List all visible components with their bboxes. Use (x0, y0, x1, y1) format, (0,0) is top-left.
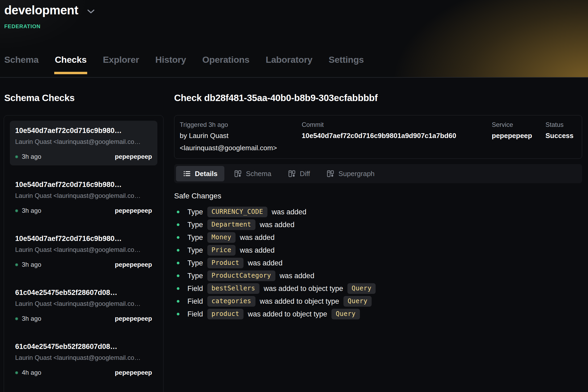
view-tab-label: Diff (300, 170, 310, 178)
schema-checks-list: 10e540d7aef72c0d716c9b980… Laurin Quast … (4, 115, 163, 392)
meta-status-cell: Status Success (545, 121, 577, 153)
change-description: was added (240, 233, 275, 242)
change-kind: Type (187, 221, 203, 229)
check-time: 3h ago (22, 261, 41, 269)
check-service: pepepepeep (115, 369, 152, 377)
view-tab-label: Schema (246, 170, 271, 178)
list-icon (183, 170, 191, 178)
nav-tab[interactable]: Checks (54, 55, 87, 74)
view-tab[interactable]: Supergraph (320, 166, 381, 181)
change-list-item: Type ProductCategory was added (174, 270, 582, 281)
check-time: 3h ago (22, 153, 41, 161)
change-code-chip: Department (207, 219, 256, 230)
check-time-wrap: 3h ago (15, 315, 41, 323)
change-code-chip: ProductCategory (207, 270, 275, 281)
check-commit-title: 61c04e25475eb52f28607d08… (15, 287, 152, 298)
commit-label: Commit (302, 121, 492, 129)
nav-tab[interactable]: Settings (328, 55, 364, 74)
change-list-item: Field product was added to object type Q… (174, 309, 582, 319)
columns-icon (326, 170, 334, 178)
columns-icon (288, 170, 296, 178)
check-meta-row: 3h ago pepepepeep (15, 261, 152, 269)
check-author: Laurin Quast <laurinquast@googlemail.co… (15, 353, 152, 362)
change-code-chip: Price (207, 245, 236, 256)
page-header: development FEDERATION Schema Checks Exp… (0, 0, 588, 78)
change-description: was added to object type (264, 285, 343, 293)
bullet-icon (177, 223, 179, 226)
check-time: 3h ago (22, 315, 41, 323)
check-meta-row: 3h ago pepepepeep (15, 207, 152, 215)
project-selector[interactable]: development (4, 2, 95, 18)
change-code-chip: bestSellers (207, 283, 259, 294)
change-description: was added (272, 208, 306, 216)
view-tab[interactable]: Schema (227, 166, 278, 181)
schema-check-list-item[interactable]: 61c04e25475eb52f28607d08… Laurin Quast <… (10, 337, 157, 381)
service-value: pepepepeep (492, 130, 545, 141)
triggered-email: <laurinquast@googlemail.com> (180, 143, 302, 153)
change-target-chip: Query (343, 296, 372, 307)
check-time: 3h ago (22, 207, 41, 215)
schema-check-list-item[interactable]: 61c04e25475eb52f28607d08… Laurin Quast <… (10, 283, 157, 327)
triggered-by: by Laurin Quast (180, 130, 302, 141)
check-detail-panel: Triggered 3h ago by Laurin Quast <laurin… (174, 115, 582, 322)
change-target-chip: Query (331, 309, 360, 319)
change-list-item: Type Money was added (174, 232, 582, 243)
columns-icon (234, 170, 242, 178)
change-kind: Type (187, 259, 203, 267)
change-description: was added to object type (260, 297, 339, 306)
check-commit-title: 10e540d7aef72c0d716c9b980… (15, 126, 152, 136)
meta-commit-cell: Commit 10e540d7aef72c0d716c9b9801a9d907c… (302, 121, 492, 153)
check-author: Laurin Quast <laurinquast@googlemail.co… (15, 299, 152, 308)
schema-check-list-item[interactable]: 10e540d7aef72c0d716c9b980… Laurin Quast … (10, 121, 157, 165)
check-meta-row: 3h ago pepepepeep (15, 315, 152, 323)
check-time-wrap: 4h ago (15, 369, 41, 377)
nav-tab[interactable]: Schema (4, 55, 39, 74)
meta-service-cell: Service pepepepeep (492, 121, 545, 153)
success-dot-icon (15, 371, 18, 374)
service-label: Service (492, 121, 545, 129)
view-tab-label: Details (195, 170, 217, 178)
nav-tab[interactable]: History (155, 55, 187, 74)
check-detail-title: Check db28f481-35aa-40b0-b8b9-303ecfabbb… (174, 93, 377, 103)
check-service: pepepepeep (115, 315, 152, 323)
view-tab[interactable]: Details (176, 166, 224, 181)
chevron-down-icon (87, 9, 95, 14)
meta-triggered-cell: Triggered 3h ago by Laurin Quast <laurin… (180, 121, 302, 153)
safe-changes-list: Type CURRENCY_CODE was added Type Depart… (174, 207, 582, 319)
change-list-item: Field bestSellers was added to object ty… (174, 283, 582, 294)
bullet-icon (177, 313, 179, 315)
schema-check-list-item[interactable]: 10e540d7aef72c0d716c9b980… Laurin Quast … (10, 175, 157, 219)
schema-checks-title: Schema Checks (4, 93, 75, 103)
change-description: was added (260, 221, 295, 229)
check-author: Laurin Quast <laurinquast@googlemail.co… (15, 137, 152, 146)
change-description: was added (240, 246, 275, 255)
check-commit-title: 10e540d7aef72c0d716c9b980… (15, 233, 152, 244)
bullet-icon (177, 300, 179, 303)
change-kind: Type (187, 208, 203, 216)
project-name: development (4, 2, 78, 18)
nav-tab[interactable]: Laboratory (265, 55, 313, 74)
bullet-icon (177, 274, 179, 277)
change-kind: Type (187, 233, 203, 242)
check-service: pepepepeep (115, 261, 152, 269)
change-code-chip: categories (207, 296, 256, 307)
status-value: Success (545, 130, 577, 141)
change-description: was added (280, 272, 314, 280)
change-code-chip: CURRENCY_CODE (207, 207, 267, 217)
schema-check-list-item[interactable]: 10e540d7aef72c0d716c9b980… Laurin Quast … (10, 229, 157, 273)
check-service: pepepepeep (115, 207, 152, 215)
view-tab-label: Supergraph (338, 170, 375, 178)
view-tab[interactable]: Diff (281, 166, 317, 181)
main-nav: Schema Checks Explorer History Operation… (4, 55, 364, 74)
nav-tab[interactable]: Operations (202, 55, 250, 74)
check-time-wrap: 3h ago (15, 207, 41, 215)
change-list-item: Type Department was added (174, 219, 582, 230)
change-kind: Field (187, 297, 203, 306)
check-time-wrap: 3h ago (15, 261, 41, 269)
change-list-item: Type Price was added (174, 245, 582, 256)
nav-tab[interactable]: Explorer (102, 55, 140, 74)
success-dot-icon (15, 317, 18, 320)
success-dot-icon (15, 209, 18, 212)
status-label: Status (545, 121, 577, 129)
change-target-chip: Query (347, 283, 376, 294)
